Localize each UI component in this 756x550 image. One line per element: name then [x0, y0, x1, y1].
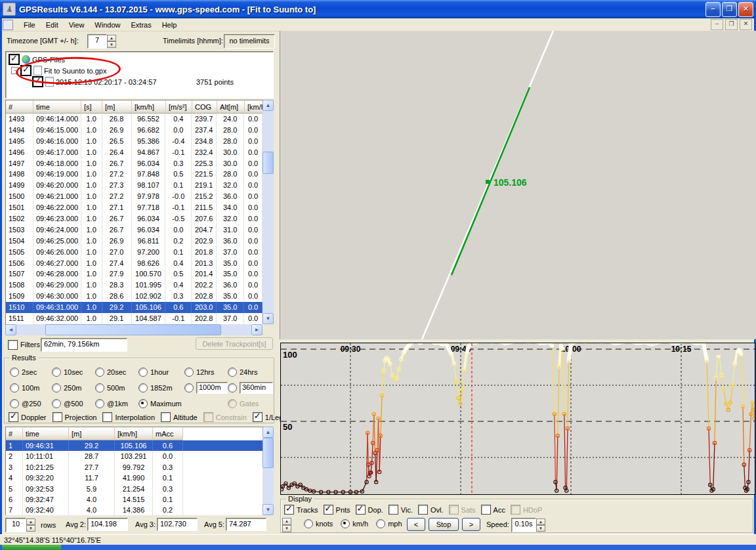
hscroll-thumb[interactable] [45, 324, 221, 335]
speed-graph[interactable]: 09:3009:4510:0010:1510050 [280, 343, 755, 495]
timezone-input[interactable]: 7 [87, 34, 107, 49]
column-header-[interactable]: # [6, 100, 33, 114]
track-table-hscrollbar[interactable]: ◄ ► [5, 324, 262, 335]
tree-file-checkbox[interactable] [20, 65, 32, 76]
scroll-down-icon[interactable]: ▼ [262, 504, 274, 515]
radio-250[interactable] [10, 399, 19, 408]
table-row[interactable]: 409:32:2011.741.9900.1 [6, 473, 263, 483]
table-row[interactable]: 149809:46:19.0001.027.297.8480.5221.528.… [6, 169, 263, 180]
filters-summary-field[interactable]: 62min, 79.156km [41, 338, 127, 352]
minimize-button[interactable]: – [705, 2, 721, 17]
radio-20sec[interactable] [95, 368, 104, 377]
table-row[interactable]: 151009:46:31.0001.029.2105.1060.6203.035… [6, 302, 263, 313]
tree-session-label[interactable]: 2015.12.13 02:20:17 - 03:24:57 [56, 78, 157, 86]
display-checkbox-pnts[interactable] [324, 505, 333, 515]
scroll-down-icon[interactable]: ▼ [262, 313, 274, 324]
mdi-close-button[interactable]: ✕ [740, 19, 752, 30]
table-row[interactable]: 151109:46:32.0001.029.1104.587-0.1202.83… [6, 313, 263, 324]
table-row[interactable]: 149709:46:18.0001.026.796.0340.3225.330.… [6, 158, 263, 169]
timezone-spinner[interactable]: ▲▼ [107, 35, 116, 48]
column-header-m-s[interactable]: [m/s²] [166, 100, 192, 114]
display-checkbox-dop[interactable] [356, 505, 366, 515]
column-header-s[interactable]: [s] [81, 100, 102, 114]
unit-radio-mph[interactable] [376, 519, 385, 528]
vscroll-thumb[interactable] [262, 152, 274, 174]
menu-file[interactable]: File [18, 20, 41, 30]
display-checkbox-acc[interactable] [481, 505, 491, 515]
table-row[interactable]: 149909:46:20.0001.027.398.1070.1219.132.… [6, 180, 263, 191]
spin-up-icon[interactable]: ▲ [26, 518, 35, 525]
table-row[interactable]: 150709:46:28.0001.027.9100.5700.5201.435… [6, 268, 263, 280]
rows-count-input[interactable]: 10 [5, 518, 26, 532]
radio-1km[interactable] [95, 399, 104, 408]
display-checkbox-sats[interactable] [449, 505, 459, 515]
close-button[interactable]: ✕ [738, 2, 753, 17]
restore-button[interactable]: ❐ [722, 2, 737, 17]
table-row[interactable]: 609:32:474.014.5150.1 [6, 494, 263, 505]
table-row[interactable]: 310:21:2527.799.7920.3 [6, 462, 263, 473]
radio-gates[interactable] [228, 399, 237, 408]
delete-trackpoints-button[interactable]: Delete Trackpoint[s] [196, 337, 273, 350]
step-forward-button[interactable]: > [462, 518, 480, 531]
table-row[interactable]: 150609:46:27.0001.027.498.6260.4201.335.… [6, 258, 263, 269]
column-header-alt-m[interactable]: Alt[m] [217, 100, 245, 114]
gps-files-tree[interactable]: GPS-Files - Fit to Suunto to.gpx 2015.12… [5, 51, 274, 98]
radio-250m[interactable] [52, 383, 61, 392]
radio-custom-1000m[interactable] [184, 383, 194, 392]
table-row[interactable]: 149309:46:14.0001.026.896.5520.4239.724.… [6, 114, 263, 125]
radio-500m[interactable] [95, 383, 104, 392]
table-row[interactable]: 709:32:404.014.3860.2 [6, 505, 263, 515]
rows-spinner[interactable]: ▲▼ [26, 518, 35, 532]
title-bar[interactable]: GPSResults V6.144 - 13.07.2015 - www.gps… [0, 0, 756, 18]
menu-view[interactable]: View [64, 20, 90, 30]
step-back-button[interactable]: < [407, 518, 425, 531]
radio-12hrs[interactable] [184, 368, 194, 377]
tree-file-label[interactable]: Fit to Suunto to.gpx [44, 67, 106, 75]
radio-maximum[interactable] [138, 399, 148, 408]
spin-up-icon[interactable]: ▲ [536, 518, 545, 525]
menu-window[interactable]: Window [89, 20, 125, 30]
table-row[interactable]: 149509:46:16.0001.026.595.386-0.4234.828… [6, 136, 263, 147]
table-row[interactable]: 150009:46:21.0001.027.297.978-0.0215.236… [6, 191, 263, 202]
table-row[interactable]: 150809:46:29.0001.028.3101.9950.4202.236… [6, 280, 263, 291]
spin-down-icon[interactable]: ▼ [282, 525, 291, 532]
radio-custom-360min[interactable] [228, 383, 237, 392]
start-button-sliver[interactable] [2, 545, 61, 550]
radio-2sec[interactable] [10, 368, 19, 377]
custom-value-input[interactable]: 1000m [196, 382, 228, 394]
radio-10sec[interactable] [52, 368, 61, 377]
spin-down-icon[interactable]: ▼ [107, 41, 116, 48]
column-header-time[interactable]: time [23, 427, 69, 440]
table-row[interactable]: 150909:46:30.0001.028.6102.9020.3202.835… [6, 291, 263, 302]
windows-taskbar[interactable] [0, 545, 756, 550]
table-row[interactable]: 150309:46:24.0001.026.796.0340.0204.731.… [6, 224, 263, 236]
table-row[interactable]: 149409:46:15.0001.026.996.6820.0237.428.… [6, 125, 263, 136]
mdi-minimize-button[interactable]: – [711, 19, 723, 30]
display-checkbox-tracks[interactable] [284, 505, 294, 515]
results-table[interactable]: #time[m][km/h]mAcc109:46:3129.2105.1060.… [5, 427, 263, 515]
column-header-km-h[interactable]: [km/h] [115, 427, 153, 440]
track-map-view[interactable]: 105.106 [280, 31, 756, 339]
column-header-cog[interactable]: COG [192, 100, 217, 114]
table-row[interactable]: 150109:46:22.0001.027.197.718-0.1211.534… [6, 202, 263, 213]
results-checkbox-doppler[interactable] [9, 412, 18, 422]
menu-help[interactable]: Help [157, 20, 182, 30]
spin-down-icon[interactable]: ▼ [26, 525, 35, 532]
radio-1852m[interactable] [138, 383, 148, 392]
timelimits-value[interactable]: no timelimits [224, 34, 275, 49]
column-header-[interactable]: # [6, 427, 23, 440]
results-checkbox-constrain[interactable] [203, 412, 213, 422]
playback-speed-spinner[interactable]: ▲▼ [536, 518, 545, 532]
vscroll-thumb[interactable] [262, 438, 274, 468]
scroll-up-icon[interactable]: ▲ [262, 427, 274, 438]
table-row[interactable]: 149609:46:17.0001.026.494.867-0.1232.430… [6, 147, 263, 158]
tree-root-label[interactable]: GPS-Files [32, 56, 65, 64]
graph-zoom-spinner[interactable]: ▲▼ [282, 518, 291, 532]
custom-value-input[interactable]: 360min [240, 382, 273, 394]
tree-session-checkbox[interactable] [32, 76, 43, 87]
table-row[interactable]: 150209:46:23.0001.026.796.034-0.5207.632… [6, 213, 263, 224]
scroll-left-icon[interactable]: ◄ [5, 324, 16, 335]
playback-speed-input[interactable]: 0.10s [511, 518, 536, 532]
results-checkbox-interpolation[interactable] [102, 412, 112, 422]
scroll-right-icon[interactable]: ► [251, 324, 262, 335]
